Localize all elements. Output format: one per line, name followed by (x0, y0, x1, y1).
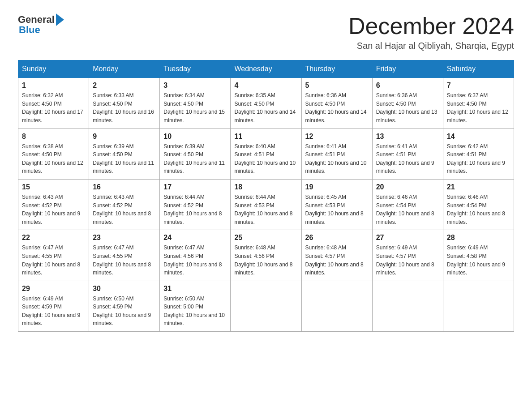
day-number: 19 (305, 183, 369, 191)
calendar-day-cell: 3Sunrise: 6:34 AMSunset: 4:50 PMDaylight… (160, 78, 231, 128)
day-info: Sunrise: 6:47 AMSunset: 4:55 PMDaylight:… (93, 244, 156, 277)
day-info: Sunrise: 6:50 AMSunset: 4:59 PMDaylight:… (93, 295, 156, 328)
day-number: 4 (234, 81, 297, 90)
day-info: Sunrise: 6:41 AMSunset: 4:51 PMDaylight:… (376, 142, 439, 176)
calendar-day-cell: 22Sunrise: 6:47 AMSunset: 4:55 PMDayligh… (18, 230, 89, 281)
calendar-day-cell: 2Sunrise: 6:33 AMSunset: 4:50 PMDaylight… (89, 78, 160, 128)
calendar-day-cell: 16Sunrise: 6:43 AMSunset: 4:52 PMDayligh… (89, 179, 160, 230)
weekday-header-thursday: Thursday (301, 60, 372, 78)
calendar-day-cell: 27Sunrise: 6:49 AMSunset: 4:57 PMDayligh… (372, 230, 443, 281)
calendar-day-cell: 21Sunrise: 6:46 AMSunset: 4:54 PMDayligh… (443, 179, 514, 230)
day-number: 26 (305, 234, 369, 242)
calendar-day-cell: 12Sunrise: 6:41 AMSunset: 4:51 PMDayligh… (301, 128, 372, 179)
calendar-day-cell: 4Sunrise: 6:35 AMSunset: 4:50 PMDaylight… (231, 78, 301, 128)
day-number: 31 (163, 285, 227, 293)
calendar-day-cell: 17Sunrise: 6:44 AMSunset: 4:52 PMDayligh… (160, 179, 231, 230)
calendar-day-cell: 6Sunrise: 6:36 AMSunset: 4:50 PMDaylight… (372, 78, 443, 128)
month-title: December 2024 (348, 13, 514, 39)
day-number: 29 (22, 285, 85, 293)
day-number: 15 (22, 183, 85, 191)
calendar-day-cell: 20Sunrise: 6:46 AMSunset: 4:54 PMDayligh… (372, 179, 443, 230)
day-info: Sunrise: 6:48 AMSunset: 4:57 PMDaylight:… (305, 244, 369, 277)
day-number: 12 (305, 133, 369, 141)
calendar-day-cell: 31Sunrise: 6:50 AMSunset: 5:00 PMDayligh… (160, 281, 231, 331)
day-number: 20 (376, 183, 439, 191)
calendar-week-row: 22Sunrise: 6:47 AMSunset: 4:55 PMDayligh… (18, 230, 514, 281)
day-info: Sunrise: 6:33 AMSunset: 4:50 PMDaylight:… (93, 91, 156, 124)
day-info: Sunrise: 6:44 AMSunset: 4:53 PMDaylight:… (234, 193, 297, 226)
day-info: Sunrise: 6:44 AMSunset: 4:52 PMDaylight:… (163, 193, 227, 226)
day-number: 10 (163, 133, 227, 141)
day-number: 17 (163, 183, 227, 191)
day-info: Sunrise: 6:45 AMSunset: 4:53 PMDaylight:… (305, 193, 369, 226)
calendar-week-row: 1Sunrise: 6:32 AMSunset: 4:50 PMDaylight… (18, 78, 514, 128)
calendar-day-cell: 30Sunrise: 6:50 AMSunset: 4:59 PMDayligh… (89, 281, 160, 331)
calendar-day-cell: 1Sunrise: 6:32 AMSunset: 4:50 PMDaylight… (18, 78, 89, 128)
calendar-day-cell: 18Sunrise: 6:44 AMSunset: 4:53 PMDayligh… (231, 179, 301, 230)
calendar-day-cell: 9Sunrise: 6:39 AMSunset: 4:50 PMDaylight… (89, 128, 160, 179)
calendar-day-cell: 26Sunrise: 6:48 AMSunset: 4:57 PMDayligh… (301, 230, 372, 281)
day-number: 30 (93, 285, 156, 293)
page-header: General Blue December 2024 San al Hajar … (18, 13, 514, 51)
calendar-week-row: 8Sunrise: 6:38 AMSunset: 4:50 PMDaylight… (18, 128, 514, 179)
calendar-day-cell: 7Sunrise: 6:37 AMSunset: 4:50 PMDaylight… (443, 78, 514, 128)
day-number: 21 (447, 183, 510, 191)
day-number: 25 (234, 234, 297, 242)
logo: General Blue (18, 13, 64, 36)
day-number: 22 (22, 234, 85, 242)
day-info: Sunrise: 6:47 AMSunset: 4:55 PMDaylight:… (22, 244, 85, 277)
day-number: 1 (22, 81, 85, 90)
day-info: Sunrise: 6:36 AMSunset: 4:50 PMDaylight:… (305, 91, 369, 124)
calendar-day-cell: 29Sunrise: 6:49 AMSunset: 4:59 PMDayligh… (18, 281, 89, 331)
calendar-day-cell: 14Sunrise: 6:42 AMSunset: 4:51 PMDayligh… (443, 128, 514, 179)
calendar-day-cell: 8Sunrise: 6:38 AMSunset: 4:50 PMDaylight… (18, 128, 89, 179)
weekday-header-friday: Friday (372, 60, 443, 78)
calendar-day-cell: 23Sunrise: 6:47 AMSunset: 4:55 PMDayligh… (89, 230, 160, 281)
calendar-day-cell: 19Sunrise: 6:45 AMSunset: 4:53 PMDayligh… (301, 179, 372, 230)
calendar-day-cell (443, 281, 514, 331)
day-info: Sunrise: 6:42 AMSunset: 4:51 PMDaylight:… (447, 142, 510, 176)
day-number: 8 (22, 133, 85, 141)
logo-arrow-icon (56, 13, 64, 26)
calendar-day-cell: 13Sunrise: 6:41 AMSunset: 4:51 PMDayligh… (372, 128, 443, 179)
day-info: Sunrise: 6:37 AMSunset: 4:50 PMDaylight:… (447, 91, 510, 124)
day-info: Sunrise: 6:48 AMSunset: 4:56 PMDaylight:… (234, 244, 297, 277)
day-info: Sunrise: 6:43 AMSunset: 4:52 PMDaylight:… (93, 193, 156, 226)
day-number: 23 (93, 234, 156, 242)
day-info: Sunrise: 6:32 AMSunset: 4:50 PMDaylight:… (22, 91, 85, 124)
day-number: 28 (447, 234, 510, 242)
calendar-day-cell: 24Sunrise: 6:47 AMSunset: 4:56 PMDayligh… (160, 230, 231, 281)
day-info: Sunrise: 6:49 AMSunset: 4:59 PMDaylight:… (22, 295, 85, 328)
day-number: 27 (376, 234, 439, 242)
logo-blue-text: Blue (18, 24, 40, 36)
day-number: 16 (93, 183, 156, 191)
day-info: Sunrise: 6:34 AMSunset: 4:50 PMDaylight:… (163, 91, 227, 124)
weekday-header-monday: Monday (89, 60, 160, 78)
day-info: Sunrise: 6:35 AMSunset: 4:50 PMDaylight:… (234, 91, 297, 124)
day-info: Sunrise: 6:40 AMSunset: 4:51 PMDaylight:… (234, 142, 297, 176)
day-number: 7 (447, 81, 510, 90)
calendar-day-cell: 11Sunrise: 6:40 AMSunset: 4:51 PMDayligh… (231, 128, 301, 179)
day-info: Sunrise: 6:43 AMSunset: 4:52 PMDaylight:… (22, 193, 85, 226)
title-section: December 2024 San al Hajar al Qibliyah, … (348, 13, 514, 51)
calendar-day-cell: 10Sunrise: 6:39 AMSunset: 4:50 PMDayligh… (160, 128, 231, 179)
day-info: Sunrise: 6:47 AMSunset: 4:56 PMDaylight:… (163, 244, 227, 277)
weekday-header-wednesday: Wednesday (231, 60, 301, 78)
calendar-day-cell (301, 281, 372, 331)
day-info: Sunrise: 6:36 AMSunset: 4:50 PMDaylight:… (376, 91, 439, 124)
day-number: 3 (163, 81, 227, 90)
day-info: Sunrise: 6:38 AMSunset: 4:50 PMDaylight:… (22, 142, 85, 176)
calendar-day-cell: 25Sunrise: 6:48 AMSunset: 4:56 PMDayligh… (231, 230, 301, 281)
day-info: Sunrise: 6:41 AMSunset: 4:51 PMDaylight:… (305, 142, 369, 176)
calendar-table: SundayMondayTuesdayWednesdayThursdayFrid… (18, 60, 514, 332)
day-info: Sunrise: 6:39 AMSunset: 4:50 PMDaylight:… (163, 142, 227, 176)
day-info: Sunrise: 6:49 AMSunset: 4:58 PMDaylight:… (447, 244, 510, 277)
day-number: 18 (234, 183, 297, 191)
calendar-week-row: 15Sunrise: 6:43 AMSunset: 4:52 PMDayligh… (18, 179, 514, 230)
calendar-day-cell: 5Sunrise: 6:36 AMSunset: 4:50 PMDaylight… (301, 78, 372, 128)
day-info: Sunrise: 6:46 AMSunset: 4:54 PMDaylight:… (376, 193, 439, 226)
weekday-header-sunday: Sunday (18, 60, 89, 78)
day-info: Sunrise: 6:39 AMSunset: 4:50 PMDaylight:… (93, 142, 156, 176)
location-title: San al Hajar al Qibliyah, Sharqia, Egypt (348, 41, 514, 51)
day-number: 2 (93, 81, 156, 90)
